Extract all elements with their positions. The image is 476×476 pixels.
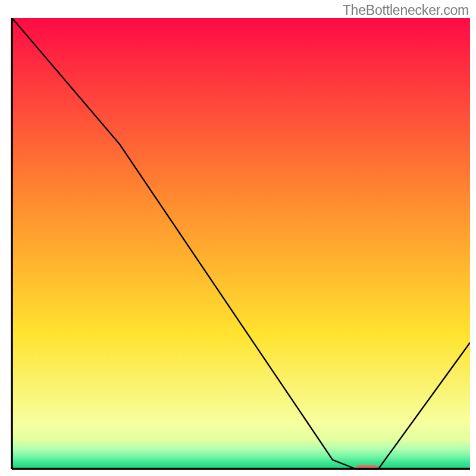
watermark-text: TheBottlenecker.com [343, 2, 469, 18]
chart-container [11, 18, 470, 470]
chart-root: TheBottlenecker.com [0, 0, 476, 476]
chart-background [12, 18, 470, 469]
chart-svg [11, 18, 470, 470]
